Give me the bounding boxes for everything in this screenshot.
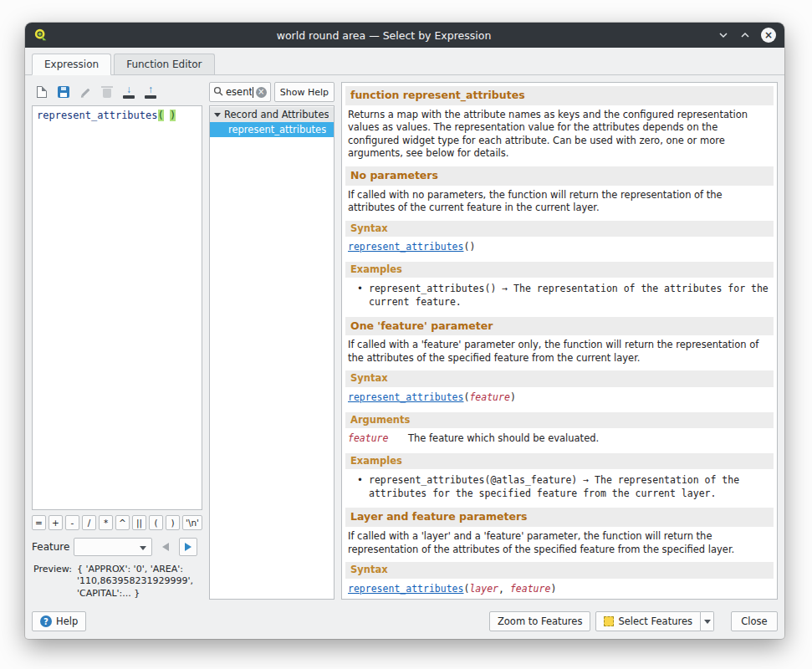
syntax-line: represent_attributes() (345, 238, 774, 259)
search-icon (213, 86, 223, 99)
window-shade-chevron-up-icon[interactable] (739, 29, 751, 41)
export-expression-button[interactable] (140, 82, 161, 102)
help-subsection-header: Examples (345, 262, 774, 278)
syntax-line: represent_attributes(layer, feature) (345, 580, 774, 600)
qgis-logo-icon (33, 27, 50, 43)
editor-toolbar (32, 82, 202, 102)
select-features-split-button: Select Features (595, 611, 714, 631)
select-features-label: Select Features (618, 615, 692, 627)
example-text: represent_attributes(@atlas_feature) → T… (369, 473, 772, 500)
preview-value: { 'APPROX': '0', 'AREA': '110,8639582319… (77, 564, 202, 600)
operator-button[interactable]: ) (166, 515, 180, 530)
expression-panel: represent_attributes( ) =+-/*^||()'\n' F… (32, 82, 202, 600)
text-cursor (253, 87, 253, 98)
operator-button[interactable]: || (132, 515, 146, 530)
syntax-punctuation: ) (510, 391, 516, 403)
tab-function-editor[interactable]: Function Editor (114, 54, 214, 74)
tab-bar: Expression Function Editor (25, 48, 784, 75)
feature-row: Feature (32, 538, 202, 556)
argument-description: The feature which should be evaluated. (408, 432, 771, 446)
expression-editor[interactable]: represent_attributes( ) (32, 105, 202, 510)
save-expression-icon (58, 86, 69, 98)
syntax-punctuation: , (498, 583, 510, 595)
window-title: world round area — Select by Expression (50, 29, 718, 42)
import-expression-button[interactable] (119, 82, 139, 102)
preview-row: Preview: { 'APPROX': '0', 'AREA': '110,8… (32, 564, 202, 600)
operator-button[interactable]: ( (149, 515, 163, 530)
operator-button[interactable]: * (99, 515, 113, 530)
example-code: represent_attributes() (369, 283, 496, 294)
function-list-panel: esent_a × Show Help Record and Attribute… (209, 82, 335, 600)
help-subsection-header: Syntax (345, 370, 774, 387)
expression-function-text: represent_attributes (37, 110, 158, 121)
window-close-icon[interactable]: × (761, 28, 776, 43)
example-code: represent_attributes(@atlas_feature) (369, 474, 577, 486)
search-input[interactable]: esent_a × (209, 82, 271, 102)
save-expression-button[interactable] (54, 82, 74, 102)
expander-icon (214, 113, 221, 117)
delete-expression-icon (103, 89, 111, 98)
next-arrow-icon (185, 543, 192, 551)
operator-button[interactable]: + (49, 515, 63, 530)
show-help-button[interactable]: Show Help (274, 82, 335, 102)
chevron-down-icon (140, 546, 146, 550)
new-expression-icon (37, 86, 47, 98)
new-expression-button[interactable] (32, 82, 52, 102)
close-button[interactable]: Close (731, 611, 778, 631)
help-paragraph: If called with no parameters, the functi… (345, 187, 774, 218)
select-by-expression-dialog: world round area — Select by Expression … (25, 23, 784, 639)
operator-button[interactable]: - (65, 515, 79, 530)
example-item: •represent_attributes() → The representa… (345, 279, 774, 314)
tab-expression[interactable]: Expression (32, 54, 111, 75)
zoom-to-features-button[interactable]: Zoom to Features (489, 611, 590, 631)
previous-arrow-icon (162, 543, 169, 551)
delete-expression-button[interactable] (97, 82, 117, 102)
help-icon: ? (40, 615, 52, 627)
preview-label: Preview: (33, 564, 72, 600)
help-subsection-header: Arguments (345, 412, 774, 429)
tree-item-label: represent_attributes (228, 124, 326, 135)
help-section-header: Layer and feature parameters (345, 508, 774, 527)
edit-expression-icon (81, 88, 89, 96)
tree-item[interactable]: Record and Attributes (210, 107, 334, 122)
argument-row: featureThe feature which should be evalu… (348, 432, 771, 447)
select-features-button[interactable]: Select Features (595, 611, 701, 631)
help-subsection-header: Examples (345, 453, 774, 470)
edit-expression-button[interactable] (75, 82, 95, 102)
help-paragraph: If called with a 'feature' parameter onl… (345, 337, 774, 368)
feature-combobox[interactable] (74, 538, 152, 556)
help-paragraph: Returns a map with the attribute names a… (345, 107, 774, 164)
operator-button[interactable]: / (82, 515, 96, 530)
syntax-punctuation: ) (469, 241, 475, 253)
clear-search-icon[interactable]: × (256, 87, 267, 98)
help-title: function represent_attributes (345, 86, 774, 105)
tree-item[interactable]: represent_attributes (210, 122, 334, 137)
syntax-punctuation: ) (550, 583, 556, 595)
help-button[interactable]: ? Help (32, 611, 86, 631)
previous-feature-button[interactable] (156, 538, 175, 556)
help-subsection-header: Syntax (345, 562, 774, 579)
bullet-icon: • (357, 282, 369, 309)
operator-button[interactable]: = (32, 515, 46, 530)
titlebar[interactable]: world round area — Select by Expression … (25, 23, 784, 48)
syntax-line: represent_attributes(feature) (345, 389, 774, 410)
operator-button[interactable]: '\n' (182, 515, 202, 530)
dialog-body: represent_attributes( ) =+-/*^||()'\n' F… (25, 75, 784, 606)
argument-name: feature (510, 583, 550, 595)
button-box: ? Help Zoom to Features Select Features … (25, 606, 784, 639)
argument-name: layer (469, 583, 498, 595)
open-paren: ( (158, 110, 164, 121)
result-arrow: → (577, 474, 595, 486)
select-features-dropdown-button[interactable] (701, 611, 714, 631)
next-feature-button[interactable] (179, 538, 197, 556)
operator-row: =+-/*^||()'\n' (32, 515, 202, 530)
operator-button[interactable]: ^ (115, 515, 130, 530)
cursor-space (164, 110, 170, 121)
window-menu-chevron-down-icon[interactable] (718, 29, 729, 41)
function-name: represent_attributes (348, 241, 463, 253)
argument-name: feature (469, 391, 509, 403)
search-value: esent_a (226, 86, 252, 98)
function-name: represent_attributes (348, 391, 463, 403)
arguments-list: featureThe feature which should be evalu… (345, 430, 774, 451)
function-tree: Record and Attributesrepresent_attribute… (209, 105, 335, 600)
